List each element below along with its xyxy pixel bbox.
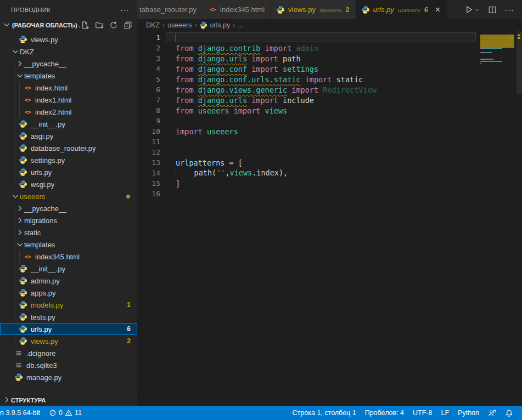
- tree-item-index2-html[interactable]: <>index2.html: [0, 106, 137, 118]
- tab-views-py[interactable]: views.pyuseeers2: [271, 0, 355, 19]
- breadcrumb-label: urls.py: [210, 21, 230, 29]
- tree-item-tests-py[interactable]: tests.py: [0, 311, 137, 323]
- code-line-12[interactable]: 12: [137, 147, 476, 157]
- feedback-item[interactable]: [484, 406, 501, 420]
- outline-section-header[interactable]: СТРУКТУРА: [0, 394, 137, 406]
- code-line-4[interactable]: 4from django.conf import settings: [137, 64, 476, 74]
- close-icon[interactable]: ×: [433, 5, 442, 14]
- code-line-2[interactable]: 2from django.contrib import admin: [137, 43, 476, 53]
- tree-item-views-py[interactable]: views.py2: [0, 335, 137, 347]
- tree-item-settings-py[interactable]: settings.py: [0, 154, 137, 166]
- warning-count: 11: [75, 409, 82, 417]
- tree-item-index1-html[interactable]: <>index1.html: [0, 94, 137, 106]
- workspace-section-header[interactable]: (РАБОЧАЯ ОБЛАСТЬ) ...: [0, 19, 137, 31]
- chevron-down-icon: [11, 47, 20, 56]
- tree-item-pycache[interactable]: __pycache__: [0, 58, 137, 70]
- code-line-15[interactable]: 15]: [137, 178, 476, 189]
- tree-item-useeers[interactable]: useeers: [0, 190, 137, 202]
- code-line-13[interactable]: 13urlpatterns = [: [137, 157, 476, 168]
- code-editor[interactable]: 12from django.contrib import admin3from …: [137, 31, 522, 406]
- tree-item-wsgi-py[interactable]: wsgi.py: [0, 178, 137, 190]
- tree-item-dkz[interactable]: DKZ: [0, 46, 137, 58]
- tree-item-migrations[interactable]: migrations: [0, 214, 137, 226]
- tree-item-pycache[interactable]: __pycache__: [0, 202, 137, 214]
- tab-urls-py[interactable]: urls.pyuseeers6×: [356, 0, 448, 19]
- eol-label: LF: [441, 409, 449, 417]
- new-folder-icon[interactable]: [94, 20, 104, 30]
- python-icon: [19, 276, 27, 285]
- html-icon: <>: [23, 83, 32, 92]
- indent-guide: [15, 178, 15, 190]
- code-line-8[interactable]: 8from useeers import views: [137, 105, 476, 116]
- collapse-all-icon[interactable]: [123, 20, 133, 30]
- tree-item-templates[interactable]: templates: [0, 70, 137, 82]
- tree-item-db-sqlite3[interactable]: db.sqlite3: [0, 359, 137, 371]
- tree-item-templates[interactable]: templates: [0, 239, 137, 251]
- file-name: urls.py: [31, 168, 52, 177]
- code-line-6[interactable]: 6from django.views.generic import Redire…: [137, 84, 476, 95]
- overview-ruler[interactable]: [517, 31, 522, 406]
- indentation-label: Пробелов: 4: [365, 409, 404, 417]
- line-number: 4: [137, 65, 160, 73]
- code-line-1[interactable]: 1: [137, 32, 476, 43]
- code-line-3[interactable]: 3from django.urls import path: [137, 53, 476, 64]
- file-name: models.py: [31, 301, 63, 309]
- new-file-icon[interactable]: [80, 20, 90, 30]
- tree-item-manage-py[interactable]: manage.py: [0, 371, 137, 383]
- tree-item-asgi-py[interactable]: asgi.py: [0, 130, 137, 142]
- file-name: __init__.py: [31, 120, 65, 128]
- current-line-highlight: [166, 32, 476, 42]
- tree-item-index-html[interactable]: <>index.html: [0, 82, 137, 94]
- python-interpreter-item[interactable]: n 3.9.5 64-bit: [0, 406, 44, 420]
- tree-item-urls-py[interactable]: urls.py6: [0, 323, 137, 335]
- split-editor-button[interactable]: [488, 5, 497, 14]
- tab-tabase-roouter-py[interactable]: tabase_roouter.py: [137, 0, 203, 19]
- tree-item-apps-py[interactable]: apps.py: [0, 287, 137, 299]
- more-actions-button[interactable]: ···: [504, 5, 514, 14]
- tree-item-urls-py[interactable]: urls.py: [0, 166, 137, 178]
- code-line-16[interactable]: 16: [137, 189, 476, 199]
- line-number: 14: [137, 169, 160, 177]
- code-line-14[interactable]: 14 path('',views.index),: [137, 168, 476, 178]
- language-mode-item[interactable]: Python: [453, 406, 484, 420]
- tab-index345-html[interactable]: <>index345.html: [203, 0, 271, 19]
- minimap[interactable]: [480, 32, 517, 67]
- tree-item-static[interactable]: static: [0, 226, 137, 239]
- line-text: from django.conf.urls.static import stat…: [176, 75, 363, 84]
- explorer-title-label: ПРОВОДНИК: [11, 7, 50, 13]
- indentation-item[interactable]: Пробелов: 4: [361, 406, 408, 420]
- scrollbar-thumb[interactable]: [517, 31, 522, 94]
- code-line-7[interactable]: 7from django.urls import include: [137, 95, 476, 105]
- code-line-9[interactable]: 9: [137, 116, 476, 126]
- tree-item-database-roouter-py[interactable]: database_roouter.py: [0, 142, 137, 154]
- file-name: static: [24, 229, 41, 237]
- problems-item[interactable]: 0 11: [44, 406, 86, 420]
- eol-item[interactable]: LF: [436, 406, 453, 420]
- encoding-item[interactable]: UTF-8: [408, 406, 436, 420]
- python-version-label: n 3.9.5 64-bit: [0, 409, 40, 417]
- code-line-5[interactable]: 5from django.conf.urls.static import sta…: [137, 74, 476, 84]
- breadcrumb-separator: ›: [194, 21, 197, 29]
- indent-guide: [15, 166, 15, 178]
- tree-item-index345-html[interactable]: <>index345.html: [0, 251, 137, 263]
- run-button[interactable]: [464, 5, 480, 14]
- notifications-item[interactable]: [501, 406, 518, 420]
- tree-item-init-py[interactable]: __init__.py: [0, 118, 137, 130]
- tree-item-views-py[interactable]: views.py: [0, 33, 137, 46]
- tree-item-dcignore[interactable]: .dcignore: [0, 347, 137, 359]
- code-content[interactable]: 12from django.contrib import admin3from …: [137, 32, 476, 199]
- tree-item-init-py[interactable]: __init__.py: [0, 263, 137, 275]
- explorer-sidebar: ПРОВОДНИК ··· (РАБОЧАЯ ОБЛАСТЬ) ... view…: [0, 0, 137, 406]
- tree-item-admin-py[interactable]: admin.py: [0, 275, 137, 287]
- chevron-right-icon: [15, 228, 24, 237]
- breadcrumb-item[interactable]: DKZ: [146, 21, 160, 29]
- breadcrumb-item[interactable]: useeers: [167, 21, 192, 29]
- breadcrumb-item[interactable]: ...: [238, 21, 243, 29]
- explorer-more-actions-icon[interactable]: ···: [120, 5, 130, 14]
- code-line-11[interactable]: 11: [137, 137, 476, 147]
- tree-item-models-py[interactable]: models.py1: [0, 299, 137, 311]
- breadcrumb-item[interactable]: urls.py: [199, 21, 230, 30]
- refresh-icon[interactable]: [109, 20, 119, 30]
- cursor-position-item[interactable]: Строка 1, столбец 1: [288, 406, 361, 420]
- code-line-10[interactable]: 10import useeers: [137, 126, 476, 137]
